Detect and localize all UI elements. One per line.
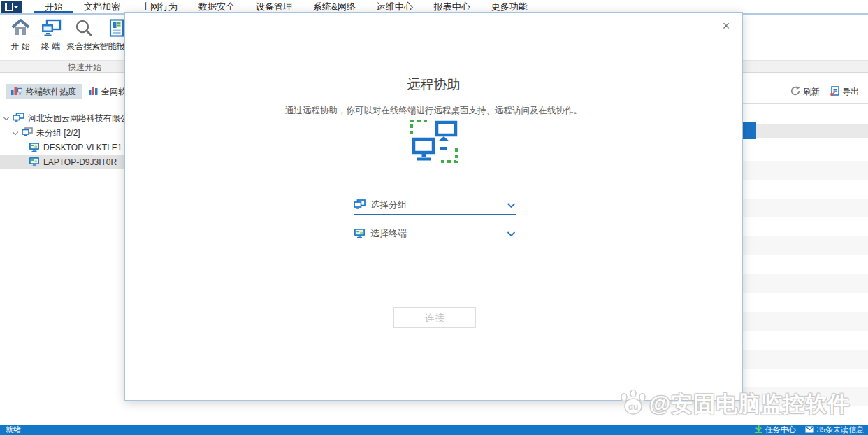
unread-messages-button[interactable]: 35条未读信息 — [805, 425, 864, 435]
tree-node-terminal[interactable]: DESKTOP-VLKTLE1 — [29, 141, 122, 155]
export-label: 导出 — [842, 86, 859, 98]
content-divider — [743, 103, 868, 104]
export-button[interactable]: 导出 — [830, 86, 859, 98]
tree-node-label: 河北安固云网络科技有限公司 [2/2] — [28, 113, 124, 124]
group-monitors-icon — [354, 199, 366, 211]
envelope-icon — [805, 426, 814, 434]
refresh-button[interactable]: 刷新 — [790, 86, 820, 98]
terminal-monitors-icon — [41, 18, 62, 37]
tree-node-label: DESKTOP-VLKTLE1 — [43, 143, 122, 152]
report-icon — [108, 18, 125, 37]
chart-bar-segment — [743, 122, 756, 139]
toolbar-item-label: 终 端 — [41, 41, 60, 52]
download-arrow-icon — [755, 425, 762, 434]
menu-tab-document-encryption[interactable]: 文档加密 — [73, 0, 131, 13]
terminal-select-dropdown[interactable]: 选择终端 — [354, 224, 516, 243]
status-bar: 就绪 任务中心 35条未读信息 — [0, 425, 868, 435]
connect-button[interactable]: 连接 — [393, 307, 476, 328]
quick-start-toolbar: 开 始 终 端 聚合搜索 — [0, 15, 133, 59]
home-icon — [11, 18, 30, 37]
toolbar-group-label: 快速开始 — [68, 62, 101, 73]
dropdown-placeholder: 选择终端 — [370, 227, 407, 240]
remote-assistance-dialog: × 远程协助 通过远程协助，你可以对在线终端进行远程桌面支持、远程访问及在线协作… — [124, 12, 743, 401]
export-icon — [830, 86, 839, 98]
bar-chart-icon — [89, 86, 98, 97]
dropdown-placeholder: 选择分组 — [370, 199, 407, 211]
chevron-down-icon[interactable] — [3, 114, 9, 120]
tree-node-label: 未分组 [2/2] — [36, 127, 80, 139]
chevron-down-icon[interactable] — [13, 129, 18, 134]
group-select-dropdown[interactable]: 选择分组 — [354, 196, 516, 215]
tab-terminal-software-heat[interactable]: 终端软件热度 — [6, 84, 82, 99]
task-center-label: 任务中心 — [765, 425, 796, 435]
chart-row-hover — [743, 124, 868, 138]
toolbar-terminal-button[interactable]: 终 端 — [34, 15, 67, 59]
tree-node-label: LAPTOP-D9J3IT0R — [43, 157, 117, 167]
tab-label: 终端软件热度 — [26, 86, 76, 98]
tree-node-group-ungrouped[interactable]: 未分组 [2/2] — [13, 126, 80, 140]
chart-row-stripes — [743, 142, 868, 425]
bar-chart-icon — [11, 86, 22, 97]
app-logo-icon — [5, 3, 13, 11]
refresh-label: 刷新 — [803, 86, 820, 98]
paw-logo-text: du — [628, 402, 639, 412]
status-ready-label: 就绪 — [0, 425, 21, 435]
tree-node-terminal-selected[interactable]: LAPTOP-D9J3IT0R — [0, 155, 124, 169]
close-icon[interactable]: × — [717, 17, 735, 35]
caret-down-icon — [14, 6, 18, 8]
group-monitors-icon — [22, 127, 33, 138]
unread-messages-label: 35条未读信息 — [817, 425, 864, 435]
content-actions: 刷新 导出 — [790, 86, 859, 98]
company-monitors-icon — [13, 113, 24, 124]
terminal-tree: 河北安固云网络科技有限公司 [2/2] 未分组 [2/2] DESKTOP-VL… — [0, 105, 124, 425]
search-icon — [75, 18, 93, 37]
chevron-down-icon — [507, 229, 516, 239]
app-menu-button[interactable] — [1, 1, 22, 13]
toolbar-aggregate-search-button[interactable]: 聚合搜索 — [67, 15, 100, 59]
refresh-icon — [790, 86, 800, 98]
dialog-title: 远程协助 — [125, 76, 742, 94]
terminal-monitor-icon — [354, 228, 366, 240]
tree-node-company[interactable]: 河北安固云网络科技有限公司 [2/2] — [4, 111, 124, 125]
terminal-monitor-icon — [29, 157, 40, 169]
toolbar-item-label: 开 始 — [10, 41, 29, 52]
chevron-down-icon — [507, 200, 516, 211]
remote-desktop-icon — [409, 119, 459, 166]
toolbar-item-label: 聚合搜索 — [67, 41, 101, 52]
dialog-description: 通过远程协助，你可以对在线终端进行远程桌面支持、远程访问及在线协作。 — [125, 105, 742, 117]
task-center-button[interactable]: 任务中心 — [755, 425, 796, 435]
toolbar-start-button[interactable]: 开 始 — [6, 15, 34, 59]
menu-tab-start[interactable]: 开始 — [34, 0, 73, 13]
terminal-monitor-icon — [29, 142, 40, 154]
